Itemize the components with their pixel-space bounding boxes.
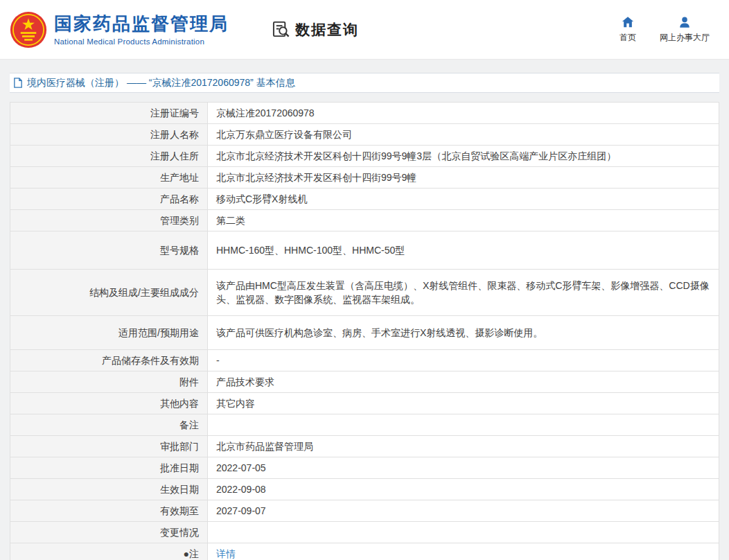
table-row: 管理类别第二类 [10, 210, 719, 231]
table-row: 适用范围/预期用途该产品可供医疗机构急诊室、病房、手术室进行X射线透视、摄影诊断… [10, 316, 719, 350]
row-value: 北京市北京经济技术开发区科创十四街99号9幢3层（北京自贸试验区高端产业片区亦庄… [208, 146, 719, 167]
nav-service-hall-label: 网上办事大厅 [660, 32, 710, 44]
registration-info-table-wrap: 注册证编号京械注准20172060978注册人名称北京万东鼎立医疗设备有限公司注… [10, 102, 719, 560]
table-row: 产品储存条件及有效期- [10, 350, 719, 371]
row-label: 变更情况 [10, 522, 208, 543]
row-label: 附件 [10, 371, 208, 393]
registration-info-table: 注册证编号京械注准20172060978注册人名称北京万东鼎立医疗设备有限公司注… [10, 102, 719, 560]
nav-home[interactable]: 首页 [620, 16, 636, 44]
agency-name-en: National Medical Products Administration [54, 37, 229, 46]
table-row: 批准日期2022-07-05 [10, 457, 719, 479]
table-row: 变更情况 [10, 522, 719, 543]
agency-name: 国家药品监督管理局 [54, 13, 229, 35]
row-label: 管理类别 [10, 210, 208, 231]
row-value: 北京市北京经济技术开发区科创十四街99号9幢 [208, 167, 719, 189]
row-value: 移动式C形臂X射线机 [208, 189, 719, 210]
row-value: - [208, 350, 719, 371]
table-row: 审批部门北京市药品监督管理局 [10, 436, 719, 457]
row-value: 2022-09-08 [208, 479, 719, 500]
table-row: 产品名称移动式C形臂X射线机 [10, 189, 719, 210]
table-row: 备注 [10, 414, 719, 436]
row-label: 注册人住所 [10, 146, 208, 167]
detail-link[interactable]: 详情 [216, 548, 236, 559]
row-value: HHMC-160型、HHMC-100型、HHMC-50型 [208, 231, 719, 270]
row-label: 批准日期 [10, 457, 208, 479]
row-label: 型号规格 [10, 231, 208, 270]
row-value: 详情 [208, 543, 719, 560]
national-emblem-icon [10, 11, 47, 49]
row-value: 产品技术要求 [208, 371, 719, 393]
table-row: 注册人名称北京万东鼎立医疗设备有限公司 [10, 124, 719, 146]
row-label: ●注 [10, 543, 208, 560]
table-row: 有效期至2027-09-07 [10, 500, 719, 522]
row-value: 其它内容 [208, 393, 719, 414]
table-row: 结构及组成/主要组成成分该产品由HMC型高压发生装置（含高压电缆）、X射线管组件… [10, 270, 719, 316]
nav-home-label: 首页 [620, 32, 636, 44]
data-query-label: 数据查询 [295, 20, 359, 40]
table-row: 型号规格HHMC-160型、HHMC-100型、HHMC-50型 [10, 231, 719, 270]
row-value: 2022-07-05 [208, 457, 719, 479]
row-label: 生效日期 [10, 479, 208, 500]
row-value: 该产品可供医疗机构急诊室、病房、手术室进行X射线透视、摄影诊断使用。 [208, 316, 719, 350]
row-label: 注册人名称 [10, 124, 208, 146]
row-label: 结构及组成/主要组成成分 [10, 270, 208, 316]
main-content: 境内医疗器械（注册） —— “京械注准20172060978” 基本信息 注册证… [0, 60, 729, 560]
table-row: ●注详情 [10, 543, 719, 560]
row-value: 2027-09-07 [208, 500, 719, 522]
breadcrumb: 境内医疗器械（注册） —— “京械注准20172060978” 基本信息 [10, 73, 719, 93]
table-row: 生产地址北京市北京经济技术开发区科创十四街99号9幢 [10, 167, 719, 189]
row-label: 备注 [10, 414, 208, 436]
row-label: 适用范围/预期用途 [10, 316, 208, 350]
home-icon [622, 16, 634, 28]
agency-logo-group: 国家药品监督管理局 National Medical Products Admi… [10, 11, 229, 49]
row-value [208, 522, 719, 543]
row-value [208, 414, 719, 436]
page-header: 国家药品监督管理局 National Medical Products Admi… [0, 0, 729, 60]
top-nav: 首页 网上办事大厅 [620, 16, 719, 44]
row-label: 生产地址 [10, 167, 208, 189]
nav-service-hall[interactable]: 网上办事大厅 [660, 16, 710, 44]
row-value: 北京万东鼎立医疗设备有限公司 [208, 124, 719, 146]
breadcrumb-text: 境内医疗器械（注册） —— “京械注准20172060978” 基本信息 [27, 77, 295, 89]
row-value: 第二类 [208, 210, 719, 231]
document-icon [13, 78, 23, 88]
info-table-body: 注册证编号京械注准20172060978注册人名称北京万东鼎立医疗设备有限公司注… [10, 103, 719, 560]
row-label: 产品储存条件及有效期 [10, 350, 208, 371]
table-row: 生效日期2022-09-08 [10, 479, 719, 500]
row-label: 有效期至 [10, 500, 208, 522]
table-row: 注册证编号京械注准20172060978 [10, 103, 719, 124]
user-icon [678, 16, 691, 28]
table-row: 其他内容其它内容 [10, 393, 719, 414]
row-label: 产品名称 [10, 189, 208, 210]
data-query-title: 数据查询 [272, 20, 359, 40]
row-label: 其他内容 [10, 393, 208, 414]
row-value: 京械注准20172060978 [208, 103, 719, 124]
row-value: 北京市药品监督管理局 [208, 436, 719, 457]
row-label: 注册证编号 [10, 103, 208, 124]
row-value: 该产品由HMC型高压发生装置（含高压电缆）、X射线管组件、限束器、移动式C形臂车… [208, 270, 719, 316]
agency-name-block: 国家药品监督管理局 National Medical Products Admi… [54, 13, 229, 46]
data-query-icon [272, 20, 290, 39]
row-label: 审批部门 [10, 436, 208, 457]
table-row: 注册人住所北京市北京经济技术开发区科创十四街99号9幢3层（北京自贸试验区高端产… [10, 146, 719, 167]
table-row: 附件产品技术要求 [10, 371, 719, 393]
